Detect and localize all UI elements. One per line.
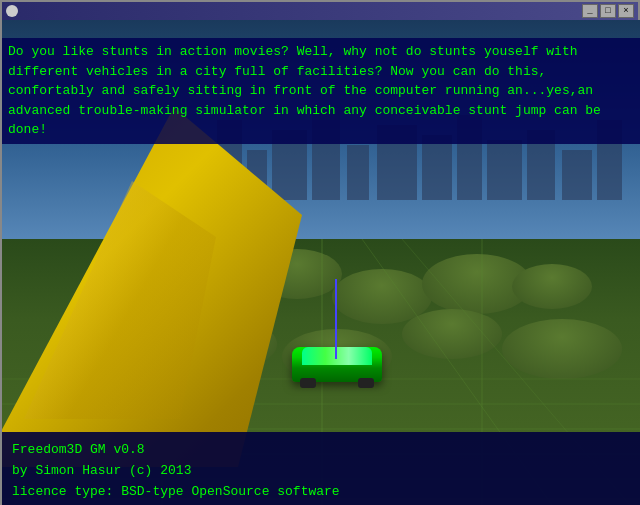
axis-pole: [335, 279, 337, 359]
main-window: _ □ ×: [0, 0, 640, 505]
title-bar-left: [6, 5, 18, 17]
title-buttons[interactable]: _ □ ×: [582, 4, 634, 18]
vehicle-wheel-right: [358, 378, 374, 388]
building-12: [562, 150, 592, 200]
vehicle-object: [292, 347, 382, 392]
footer-line1: Freedom3D GM v0.8: [12, 440, 632, 461]
window-icon: [6, 5, 18, 17]
close-button[interactable]: ×: [618, 4, 634, 18]
intro-text-overlay: Do you like stunts in action movies? Wel…: [2, 38, 640, 144]
title-bar: _ □ ×: [2, 2, 638, 20]
footer-info: Freedom3D GM v0.8 by Simon Hasur (c) 201…: [2, 432, 640, 505]
footer-line3: licence type: BSD-type OpenSource softwa…: [12, 482, 632, 503]
vehicle-body: [292, 347, 382, 382]
maximize-button[interactable]: □: [600, 4, 616, 18]
footer-line2: by Simon Hasur (c) 2013: [12, 461, 632, 482]
3d-scene: Do you like stunts in action movies? Wel…: [2, 20, 640, 505]
minimize-button[interactable]: _: [582, 4, 598, 18]
vehicle-wheel-left: [300, 378, 316, 388]
building-8: [422, 135, 452, 200]
building-10: [487, 140, 522, 200]
intro-text: Do you like stunts in action movies? Wel…: [8, 42, 636, 140]
building-6: [347, 145, 369, 200]
